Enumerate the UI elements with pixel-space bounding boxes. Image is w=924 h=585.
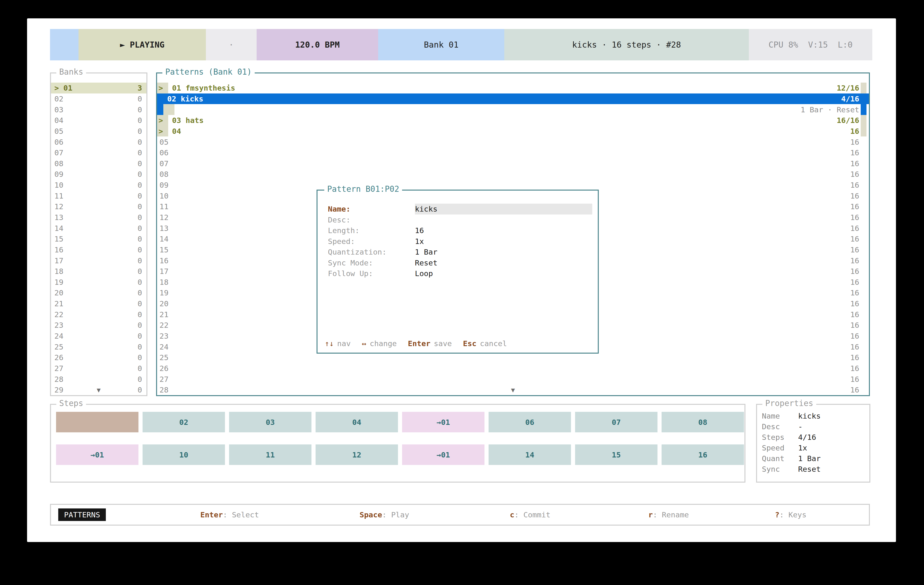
modal-field-syncmode[interactable]: Sync Mode:Reset xyxy=(317,257,598,269)
pattern-row-label: 06 xyxy=(160,148,168,157)
bank-pattern-count: 0 xyxy=(137,364,142,373)
pattern-row[interactable]: 2516 xyxy=(157,352,869,363)
step-cell[interactable]: 12 xyxy=(315,445,398,465)
keybar-hint: ?: Keys xyxy=(775,510,807,519)
bank-row[interactable]: 29▼0 xyxy=(51,384,147,395)
keybar-hint-key: Space xyxy=(360,510,382,519)
pattern-detail-text: 1 Bar · Reset xyxy=(800,105,859,114)
bank-row[interactable]: 070 xyxy=(51,147,147,158)
bank-row[interactable]: > 013 xyxy=(51,82,147,94)
step-cell[interactable]: 08 xyxy=(662,412,744,432)
bank-pattern-count: 0 xyxy=(137,202,142,211)
bank-row-label: 14 xyxy=(54,224,63,232)
bank-row[interactable]: 140 xyxy=(51,223,147,234)
bank-row[interactable]: 090 xyxy=(51,169,147,180)
pattern-row[interactable]: 0816 xyxy=(157,169,869,180)
bank-row-label: 24 xyxy=(54,332,63,340)
modal-hint-key: ↔ xyxy=(362,339,366,348)
step-cell[interactable]: →01 xyxy=(402,445,485,465)
property-value: 1 Bar xyxy=(798,454,820,463)
bank-row[interactable]: 240 xyxy=(51,331,147,341)
bank-row[interactable]: 270 xyxy=(51,363,147,374)
bank-pattern-count: 0 xyxy=(137,299,142,308)
modal-field-speed[interactable]: Speed:1x xyxy=(317,236,598,247)
step-cell[interactable]: 04 xyxy=(315,412,398,432)
step-cell[interactable]: 14 xyxy=(488,445,571,465)
step-cell[interactable]: 11 xyxy=(229,445,312,465)
modal-field-length[interactable]: Length:16 xyxy=(317,225,598,236)
bank-row[interactable]: 150 xyxy=(51,234,147,244)
pattern-row[interactable]: >0416 xyxy=(157,126,869,137)
bank-pattern-count: 0 xyxy=(137,116,142,125)
step-cell[interactable]: 16 xyxy=(662,445,744,465)
pattern-row[interactable]: 2616 xyxy=(157,363,869,374)
bank-row[interactable]: 060 xyxy=(51,137,147,147)
committed-gutter: > xyxy=(157,126,168,137)
bank-row[interactable]: 020 xyxy=(51,94,147,104)
step-cell[interactable]: →01 xyxy=(56,445,139,465)
pattern-row[interactable]: 0516 xyxy=(157,137,869,147)
step-cell[interactable]: 03 xyxy=(229,412,312,432)
pattern-row[interactable]: >01 fmsynthesis12/16 xyxy=(157,82,869,94)
bank-row[interactable]: 200 xyxy=(51,287,147,298)
topbar-segment-lead xyxy=(50,29,79,60)
step-cell[interactable]: 15 xyxy=(575,445,657,465)
keybar-hint-key: r xyxy=(648,510,653,519)
patterns-scrollbar-thumb[interactable] xyxy=(861,82,866,94)
modal-field-quantization[interactable]: Quantization:1 Bar xyxy=(317,247,598,257)
keybar-hint-separator: : xyxy=(515,510,523,519)
pattern-step-count: 16 xyxy=(850,310,859,319)
bank-row[interactable]: 180 xyxy=(51,266,147,277)
step-cell-playhead[interactable] xyxy=(56,412,139,432)
bank-row[interactable]: 050 xyxy=(51,126,147,137)
bank-row[interactable]: 130 xyxy=(51,212,147,223)
pattern-row-label: 27 xyxy=(160,375,168,384)
step-cell[interactable]: 02 xyxy=(143,412,225,432)
bank-row[interactable]: 170 xyxy=(51,255,147,266)
bank-row[interactable]: 160 xyxy=(51,244,147,255)
bank-row[interactable]: 250 xyxy=(51,341,147,352)
bank-row[interactable]: 260 xyxy=(51,352,147,363)
pattern-row[interactable]: 2716 xyxy=(157,374,869,384)
bank-row[interactable]: 220 xyxy=(51,309,147,320)
bank-row[interactable]: 100 xyxy=(51,180,147,191)
patterns-scrollbar-thumb[interactable] xyxy=(861,115,866,126)
patterns-scrollbar-thumb[interactable] xyxy=(861,126,866,137)
bank-row[interactable]: 210 xyxy=(51,298,147,309)
bank-row[interactable]: 280 xyxy=(51,374,147,384)
bank-pattern-count: 0 xyxy=(137,288,142,297)
modal-field-followup[interactable]: Follow Up:Loop xyxy=(317,268,598,279)
pattern-step-count: 16 xyxy=(850,213,859,222)
bank-row[interactable]: 120 xyxy=(51,201,147,212)
pattern-row[interactable]: 0916 xyxy=(157,180,869,191)
bank-row[interactable]: 080 xyxy=(51,158,147,169)
modal-field-value: kicks xyxy=(415,204,437,213)
step-cell[interactable]: 10 xyxy=(143,445,225,465)
modal-field-desc[interactable]: Desc: xyxy=(317,214,598,225)
bank-row[interactable]: 110 xyxy=(51,190,147,201)
bank-row[interactable]: 030 xyxy=(51,104,147,115)
bank-row-label: 17 xyxy=(54,256,63,265)
keybar-hint-separator: : xyxy=(382,510,391,519)
patterns-scrollbar-track xyxy=(861,190,866,201)
pattern-row[interactable]: 0716 xyxy=(157,158,869,169)
modal-field-label: Quantization: xyxy=(328,247,415,256)
pattern-row[interactable]: >03 hats16/16 xyxy=(157,115,869,126)
name-input[interactable]: kicks xyxy=(415,204,592,214)
bank-row[interactable]: 230 xyxy=(51,320,147,331)
modal-field-label: Speed: xyxy=(328,237,415,246)
bank-row[interactable]: 040 xyxy=(51,115,147,126)
bank-pattern-count: 0 xyxy=(137,170,142,178)
modal-key-hints: ↑↓nav↔changeEntersaveEsccancel xyxy=(325,339,518,348)
modal-field-name[interactable]: Name:kicks xyxy=(317,204,598,214)
pattern-row-selected[interactable]: 02 kicks4/16 xyxy=(157,94,869,104)
step-cell[interactable]: 06 xyxy=(488,412,571,432)
pattern-row[interactable]: 2816▼ xyxy=(157,384,869,395)
bank-pattern-count: 0 xyxy=(137,386,142,394)
pattern-row[interactable]: 0616 xyxy=(157,147,869,158)
bank-row[interactable]: 190 xyxy=(51,277,147,288)
bank-pattern-count: 0 xyxy=(137,127,142,135)
step-cell[interactable]: 07 xyxy=(575,412,657,432)
bank-row-label: 02 xyxy=(54,94,63,103)
step-cell[interactable]: →01 xyxy=(402,412,485,432)
